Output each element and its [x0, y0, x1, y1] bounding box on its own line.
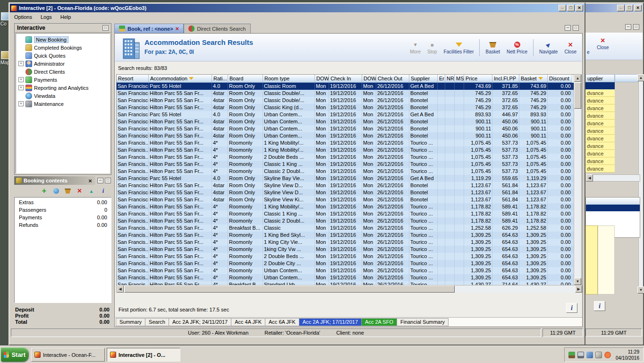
table-row[interactable]: San Francis...Hilton Parc 55 San Fr...4*…: [117, 225, 575, 232]
table-row[interactable]: San FranciscoHilton Parc 55 San Fr...4st…: [117, 196, 575, 203]
advance-cell[interactable]: dvance: [585, 150, 615, 157]
tray-network-icon[interactable]: [586, 352, 593, 358]
sidebar-item-administrator[interactable]: Administrator: [16, 60, 110, 68]
menu-logs[interactable]: Logs: [39, 13, 56, 21]
horizontal-scrollbar[interactable]: [585, 174, 640, 182]
delete-icon[interactable]: [76, 188, 83, 195]
advance-cell[interactable]: dvance: [585, 142, 615, 150]
advance-cell[interactable]: dvance: [585, 165, 615, 173]
sidebar-item-direct-clients[interactable]: Direct Clients: [16, 68, 110, 76]
table-row[interactable]: San Francis...Hilton Parc 55 San Fr...4*…: [117, 139, 575, 147]
bottom-tab-acc-6a-jfk[interactable]: Acc 6A JFK: [265, 318, 299, 326]
facilities-filter-button[interactable]: Facilities Filter: [441, 40, 477, 56]
column-header-dow[interactable]: DOW: [315, 75, 329, 83]
scroll-up-icon[interactable]: [637, 74, 644, 81]
selected-row-fragment[interactable]: [585, 82, 615, 89]
tab-close-icon[interactable]: [176, 25, 179, 32]
column-header-supplier[interactable]: Supplier: [409, 75, 438, 83]
basket-add-icon[interactable]: [64, 188, 71, 195]
taskbar-button-2[interactable]: Interactive [2] - O...: [107, 348, 180, 362]
globe-icon[interactable]: [52, 188, 59, 195]
tab-book-ref[interactable]: Book, ref : <none>: [114, 24, 184, 33]
advance-cell[interactable]: dvance: [585, 89, 615, 97]
column-header-ms[interactable]: MS: [455, 75, 464, 83]
sidebar-item-reporting-and-analytics[interactable]: Reporting and Analytics: [16, 84, 110, 92]
advance-cell[interactable]: dvance: [585, 120, 615, 127]
bottom-tab-summary[interactable]: Summary: [116, 318, 145, 326]
advance-cell[interactable]: dvance: [585, 104, 615, 112]
table-row[interactable]: San Francis...Hilton Parc 55 San Fr...4*…: [117, 281, 575, 285]
column-header-nr[interactable]: NR: [445, 75, 455, 83]
main-window[interactable]: Interactive [2] - Ocean-Florida (code: w…: [8, 2, 585, 346]
panel-restore-icon[interactable]: [633, 24, 639, 30]
booking-row[interactable]: Extras0.00: [15, 199, 111, 206]
advance-cell[interactable]: dvance: [585, 112, 615, 120]
column-header-room-type[interactable]: Room type: [263, 75, 315, 83]
table-row[interactable]: San Francis...Hilton Parc 55 San Fr...4*…: [117, 168, 575, 175]
table-row[interactable]: San Francis...Hilton Parc 55 San Fr...4*…: [117, 246, 575, 253]
column-header-dow[interactable]: DOW: [362, 75, 376, 83]
table-row[interactable]: San FranciscoParc 55 Hotel4.0Room OnlyUr…: [117, 111, 575, 118]
sidebar-item-new-booking[interactable]: New Booking: [16, 35, 110, 43]
panel-minimize-icon[interactable]: [97, 178, 103, 183]
close-results-button[interactable]: Close: [593, 35, 612, 52]
column-header-basket[interactable]: Basket: [519, 75, 548, 83]
sidebar-item-maintenance[interactable]: Maintenance: [16, 100, 110, 108]
supplier-column-header[interactable]: upplier: [585, 74, 615, 82]
scrollbar-thumb[interactable]: [574, 82, 581, 109]
panel-restore-icon[interactable]: [573, 25, 579, 31]
table-row[interactable]: San FranciscoHilton Parc 55 San Fr...4st…: [117, 104, 575, 111]
booking-row[interactable]: Refunds0.00: [15, 221, 111, 229]
expander-icon[interactable]: [18, 85, 24, 90]
table-row[interactable]: San Francis...Hilton Parc 55 San Fr...4*…: [117, 217, 575, 225]
expander-icon[interactable]: [18, 77, 24, 82]
table-row[interactable]: San FranciscoParc 55 Hotel4.0Room OnlyCl…: [117, 83, 575, 90]
horizontal-scrollbar[interactable]: [117, 285, 582, 293]
expander-icon[interactable]: [18, 101, 24, 106]
toolbar-button-fragment[interactable]: e: [587, 50, 590, 55]
vertical-scrollbar[interactable]: [638, 74, 643, 294]
panel-restore-icon[interactable]: [105, 178, 111, 183]
bottom-tab-acc-2a-jfk-24-11-2017[interactable]: Acc 2A JFK; 24/11/2017: [169, 318, 231, 326]
table-row[interactable]: San Francis...Hilton Parc 55 San Fr...4*…: [117, 203, 575, 210]
booking-row[interactable]: Passengers0: [15, 206, 111, 214]
table-row[interactable]: San Francis...Hilton Parc 55 San Fr...4*…: [117, 239, 575, 246]
table-row[interactable]: San FranciscoHilton Parc 55 San Fr...4st…: [117, 97, 575, 104]
panel-restore-icon[interactable]: [102, 25, 109, 31]
navigate-button[interactable]: Navigate: [536, 40, 561, 56]
minimize-button[interactable]: [617, 5, 625, 11]
table-row[interactable]: San Francis...Hilton Parc 55 San Fr...4*…: [117, 267, 575, 274]
scrollbar-thumb[interactable]: [124, 285, 455, 293]
table-row[interactable]: San FranciscoHilton Parc 55 San Fr...4st…: [117, 189, 575, 196]
bottom-tab-acc-4a-jfk[interactable]: Acc 4A JFK: [231, 318, 265, 326]
column-header-check-out[interactable]: Check Out: [376, 75, 409, 83]
table-row[interactable]: San Francis...Hilton Parc 55 San Fr...4*…: [117, 232, 575, 239]
table-row[interactable]: San FranciscoHilton Parc 55 San Fr...4st…: [117, 182, 575, 189]
titlebar[interactable]: Interactive [2] - Ocean-Florida (code: w…: [10, 4, 584, 12]
table-row[interactable]: San Francis...Hilton Parc 55 San Fr...4*…: [117, 253, 575, 260]
tray-plant-icon[interactable]: [568, 352, 575, 358]
bottom-tab-acc-2a-jfk-17-11-2017[interactable]: Acc 2A JFK; 17/11/2017: [299, 318, 362, 326]
maximize-button[interactable]: [567, 5, 575, 11]
sidebar-item-completed-bookings[interactable]: Completed Bookings: [16, 43, 110, 52]
advance-cell[interactable]: dvance: [585, 97, 615, 104]
tab-direct-clients-search[interactable]: Direct Clients Search: [184, 24, 250, 33]
column-header-price[interactable]: Price: [464, 75, 492, 83]
table-row[interactable]: San Francis...Hilton Parc 55 San Fr...4*…: [117, 161, 575, 168]
panel-minimize-icon[interactable]: [565, 25, 571, 31]
close-button[interactable]: Close: [561, 40, 580, 56]
start-button[interactable]: Start: [1, 347, 28, 362]
table-row[interactable]: San Francis...Hilton Parc 55 San Fr...4*…: [117, 147, 575, 154]
tray-alert-icon[interactable]: [604, 352, 611, 358]
sidebar-item-quick-quotes[interactable]: Quick Quotes: [16, 52, 110, 60]
taskbar-button-1[interactable]: Interactive - Ocean-F...: [31, 348, 105, 362]
vertical-scrollbar[interactable]: [574, 75, 581, 285]
close-button[interactable]: [634, 5, 642, 11]
column-header-check-in[interactable]: Check In: [329, 75, 362, 83]
bottom-tab-search[interactable]: Search: [145, 318, 169, 326]
table-row[interactable]: San Francis...Hilton Parc 55 San Fr...4*…: [117, 274, 575, 281]
basket-button[interactable]: Basket: [482, 40, 503, 56]
scroll-down-icon[interactable]: [637, 286, 644, 294]
close-button[interactable]: [576, 5, 583, 11]
tray-display-icon[interactable]: [577, 352, 584, 358]
